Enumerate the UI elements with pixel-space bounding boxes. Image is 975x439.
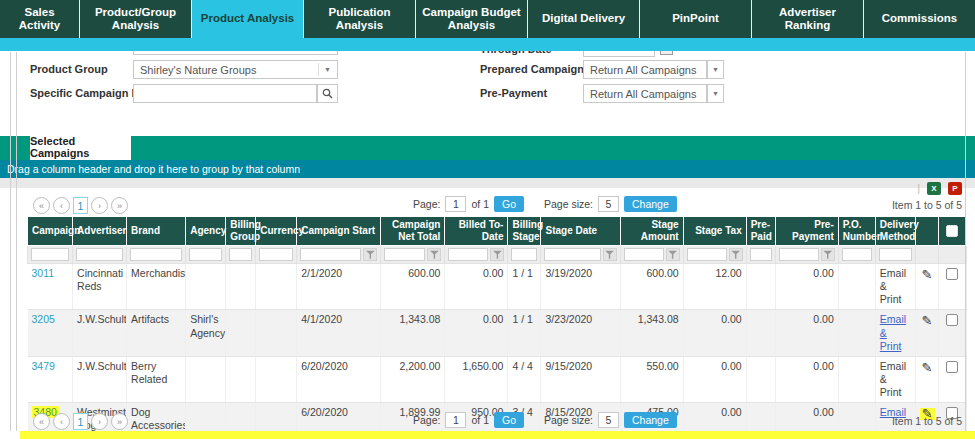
search-button[interactable] <box>317 84 338 103</box>
page-number-input[interactable]: 1 <box>445 196 466 212</box>
col-header-currency[interactable]: Currency <box>256 217 297 246</box>
col-header-advertiser[interactable]: Advertiser <box>73 217 127 246</box>
pager-bottom: « ‹ 1 › » Page: 1 of 1 Go Page size: 5 C… <box>0 412 975 432</box>
campaign-id-link[interactable]: 3479 <box>32 360 55 372</box>
col-header-stage-amount[interactable]: Stage Amount <box>620 217 683 246</box>
next-page-icon[interactable]: › <box>91 197 108 214</box>
edit-pencil-icon[interactable]: ✎ <box>921 267 932 283</box>
previous-page-icon[interactable]: ‹ <box>53 197 70 214</box>
col-header-delivery-method[interactable]: Delivery Method <box>875 217 915 246</box>
campaign-id-link[interactable]: 3011 <box>32 267 55 279</box>
row-checkbox[interactable] <box>946 314 958 326</box>
filter-funnel-icon[interactable] <box>363 248 377 261</box>
go-button[interactable]: Go <box>494 412 524 428</box>
filter-input-advertiser[interactable] <box>76 248 123 261</box>
filter-funnel-icon[interactable] <box>427 248 441 261</box>
filter-input-campaign[interactable] <box>31 248 69 261</box>
filter-input-stage-tax[interactable] <box>687 248 727 261</box>
filter-input-currency[interactable] <box>259 248 293 261</box>
first-page-icon[interactable]: « <box>33 197 50 214</box>
col-header-campaign-start[interactable]: Campaign Start <box>297 217 381 246</box>
chevron-down-icon[interactable]: ▼ <box>707 84 724 103</box>
col-header-billing-stage[interactable]: Billing Stage <box>508 217 541 246</box>
through-date-input[interactable]: 12/31/2020 <box>583 51 655 57</box>
filter-input-net-total[interactable] <box>384 248 425 261</box>
pre-payment-filter-label: Pre-Payment <box>480 87 547 99</box>
filter-funnel-icon[interactable] <box>729 248 743 261</box>
col-header-campaign-net-total[interactable]: Campaign Net Total <box>381 217 445 246</box>
page-number-input[interactable]: 1 <box>445 412 466 428</box>
filter-input-brand[interactable] <box>130 248 182 261</box>
first-page-icon[interactable]: « <box>33 413 50 430</box>
delivery-method-link[interactable]: Email & Print <box>880 313 906 351</box>
tab-digital-delivery[interactable]: Digital Delivery <box>528 0 640 38</box>
tab-publication-analysis[interactable]: Publication Analysis <box>304 0 416 38</box>
filter-funnel-icon[interactable] <box>603 248 617 261</box>
pdf-export-icon[interactable]: P <box>948 182 962 195</box>
go-button[interactable]: Go <box>494 196 524 212</box>
row-checkbox[interactable] <box>946 268 958 280</box>
filter-input-billing-stage[interactable] <box>511 248 537 261</box>
filter-input-pre-paid[interactable] <box>750 248 772 261</box>
chevron-down-icon[interactable]: ▼ <box>707 60 724 79</box>
col-header-pre-paid[interactable]: Pre-Paid <box>746 217 775 246</box>
row-checkbox[interactable] <box>946 361 958 373</box>
filter-funnel-icon[interactable] <box>821 248 835 261</box>
change-button[interactable]: Change <box>624 196 677 212</box>
change-button[interactable]: Change <box>624 412 677 428</box>
filter-input-delivery-method[interactable] <box>879 248 912 261</box>
pager-top: « ‹ 1 › » Page: 1 of 1 Go Page size: 5 C… <box>0 196 975 216</box>
chevron-down-icon[interactable]: ▼ <box>318 63 331 76</box>
tab-campaign-budget-analysis[interactable]: Campaign Budget Analysis <box>416 0 528 38</box>
tab-product-group-analysis[interactable]: Product/Group Analysis <box>80 0 192 38</box>
tab-pinpoint[interactable]: PinPoint <box>640 0 752 38</box>
calendar-icon[interactable] <box>660 51 673 55</box>
excel-export-icon[interactable]: X <box>927 182 941 195</box>
col-header-brand[interactable]: Brand <box>127 217 186 246</box>
group-by-drop-zone[interactable]: Drag a column header and drop it here to… <box>0 160 975 178</box>
col-header-pre-payment[interactable]: Pre-Payment <box>775 217 838 246</box>
edit-pencil-icon[interactable]: ✎ <box>921 313 932 329</box>
col-header-agency[interactable]: Agency <box>186 217 226 246</box>
tab-advertiser-ranking[interactable]: Advertiser Ranking <box>752 0 864 38</box>
filter-panel: Through Date 12/31/2020 Product Group Sh… <box>0 51 975 115</box>
clipped-filter-input[interactable] <box>133 51 338 55</box>
filter-funnel-icon[interactable] <box>666 248 680 261</box>
page-size-input[interactable]: 5 <box>598 196 619 212</box>
col-header-stage-date[interactable]: Stage Date <box>541 217 620 246</box>
filter-input-billed-to-date[interactable] <box>448 248 488 261</box>
next-page-icon[interactable]: › <box>91 413 108 430</box>
filter-input-agency[interactable] <box>189 248 222 261</box>
tab-selected-campaigns[interactable]: Selected Campaigns <box>30 134 131 160</box>
edit-pencil-icon[interactable]: ✎ <box>921 360 932 376</box>
specific-campaign-ids-input[interactable] <box>133 84 317 103</box>
last-page-icon[interactable]: » <box>111 413 128 430</box>
previous-page-icon[interactable]: ‹ <box>53 413 70 430</box>
last-page-icon[interactable]: » <box>111 197 128 214</box>
filter-input-po-number[interactable] <box>842 248 872 261</box>
pre-payment-select[interactable]: Return All Campaigns <box>583 84 707 103</box>
tab-commissions[interactable]: Commissions <box>864 0 975 38</box>
select-all-checkbox[interactable] <box>946 225 958 237</box>
campaign-row: 3205 J.W.Schultz Artifacts Shirl's Agenc… <box>28 310 967 356</box>
prepared-campaigns-select[interactable]: Return All Campaigns <box>583 60 707 79</box>
filter-funnel-icon[interactable] <box>490 248 504 261</box>
current-page-button[interactable]: 1 <box>73 413 88 430</box>
col-header-campaign[interactable]: Campaign <box>28 217 73 246</box>
product-group-select[interactable]: Shirley's Nature Groups ▼ <box>133 60 338 79</box>
filter-input-stage-amount[interactable] <box>624 248 664 261</box>
filter-input-campaign-start[interactable] <box>300 248 361 261</box>
col-header-stage-tax[interactable]: Stage Tax <box>683 217 746 246</box>
tab-sales-activity[interactable]: Sales Activity <box>0 0 80 38</box>
col-header-billing-group[interactable]: Billing Group <box>226 217 256 246</box>
col-header-po-number[interactable]: P.O. Number <box>838 217 875 246</box>
filter-input-billing-group[interactable] <box>229 248 252 261</box>
filter-input-pre-payment[interactable] <box>779 248 819 261</box>
pager-nav: « ‹ 1 › » <box>33 413 128 430</box>
page-size-input[interactable]: 5 <box>598 412 619 428</box>
filter-input-stage-date[interactable] <box>544 248 600 261</box>
current-page-button[interactable]: 1 <box>73 197 88 214</box>
col-header-billed-to-date[interactable]: Billed To-Date <box>445 217 508 246</box>
tab-product-analysis[interactable]: Product Analysis <box>192 0 304 38</box>
campaign-id-link[interactable]: 3205 <box>32 313 55 325</box>
